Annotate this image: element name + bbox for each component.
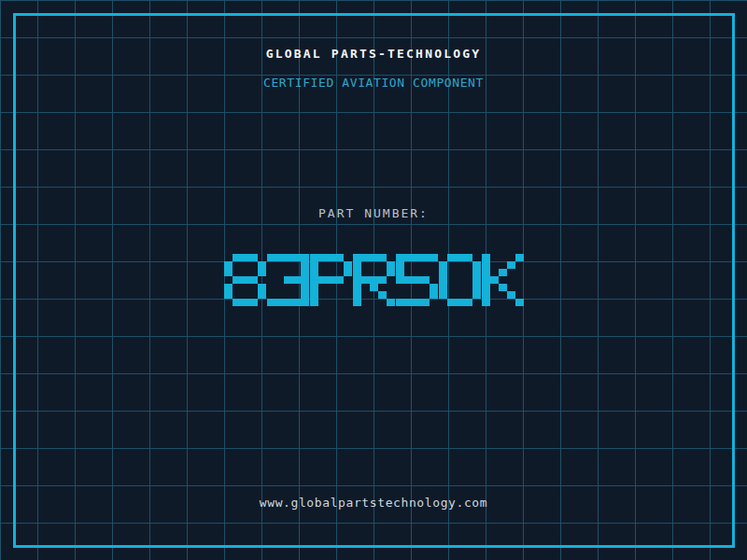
pixel-glyph [353, 254, 395, 306]
pixel-glyph [224, 254, 266, 306]
pixel-glyph [396, 254, 438, 306]
certificate-screen: GLOBAL PARTS-TECHNOLOGY CERTIFIED AVIATI… [0, 0, 747, 560]
part-number-label: PART NUMBER: [0, 207, 747, 219]
website-url: www.globalpartstechnology.com [0, 497, 747, 509]
pixel-glyph [267, 254, 309, 306]
pixel-glyph [439, 254, 481, 306]
company-title: GLOBAL PARTS-TECHNOLOGY [0, 48, 747, 60]
certification-subtitle: CERTIFIED AVIATION COMPONENT [0, 77, 747, 89]
part-number-value [0, 254, 747, 306]
pixel-glyph [482, 254, 524, 306]
pixel-glyph [310, 254, 352, 306]
